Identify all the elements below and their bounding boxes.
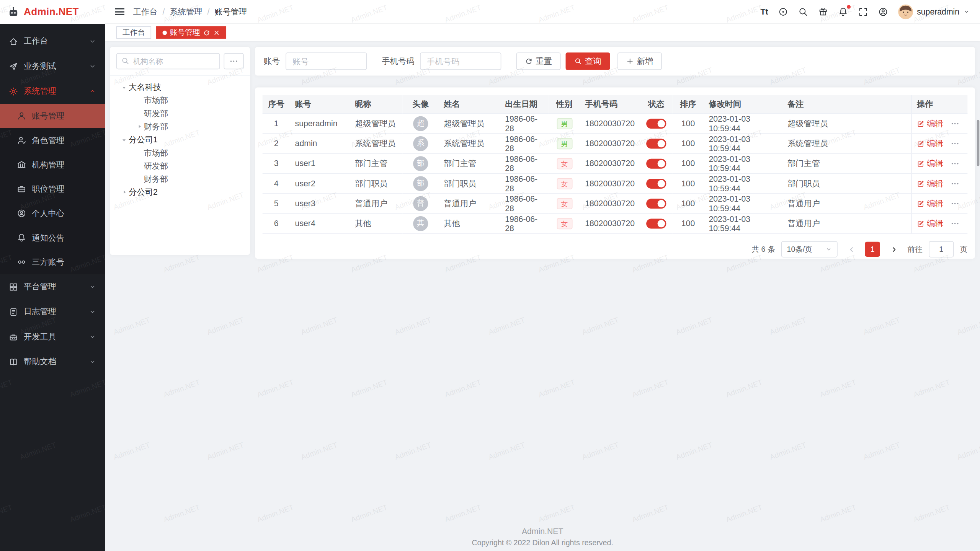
status-toggle[interactable] — [646, 118, 666, 128]
tree-node[interactable]: 财务部 — [116, 173, 244, 186]
sidebar-item-briefcase[interactable]: 职位管理 — [0, 177, 105, 201]
page-size-select[interactable]: 10条/页 — [781, 241, 838, 257]
tree-node[interactable]: 分公司2 — [116, 186, 244, 199]
tree-node[interactable]: 研发部 — [116, 107, 244, 120]
sidebar-item-label: 账号管理 — [32, 110, 64, 121]
column-header-name[interactable]: 姓名 — [439, 95, 500, 114]
edit-button[interactable]: 编辑 — [917, 158, 943, 169]
reset-button[interactable]: 重置 — [516, 52, 561, 70]
fullscreen-icon[interactable] — [858, 7, 868, 16]
sidebar-item-org[interactable]: 机构管理 — [0, 152, 105, 177]
column-header-sort[interactable]: 排序 — [673, 95, 704, 114]
caret-down-icon[interactable] — [120, 83, 129, 91]
column-header-phone[interactable]: 手机号码 — [580, 95, 640, 114]
breadcrumb-item[interactable]: 系统管理 — [170, 6, 202, 17]
status-toggle[interactable] — [646, 218, 666, 228]
tree-node[interactable]: 大名科技 — [116, 81, 244, 94]
cell-sort: 100 — [681, 218, 695, 228]
prev-page-button[interactable] — [844, 242, 859, 257]
table-cell-action: 编辑 — [911, 174, 967, 194]
column-header-remark[interactable]: 备注 — [782, 95, 911, 114]
phone-filter-input[interactable] — [420, 52, 501, 70]
column-header-index[interactable]: 序号 — [263, 95, 290, 114]
bell-icon[interactable] — [838, 7, 848, 16]
more-actions-button[interactable] — [951, 199, 959, 208]
status-toggle[interactable] — [646, 139, 666, 148]
more-actions-button[interactable] — [951, 179, 959, 188]
org-more-button[interactable] — [224, 53, 243, 69]
total-count: 共 6 条 — [752, 244, 775, 255]
sidebar-item-bell[interactable]: 通知公告 — [0, 225, 105, 250]
more-actions-button[interactable] — [951, 119, 959, 128]
tab-account-management[interactable]: 账号管理 — [156, 26, 226, 39]
column-header-account[interactable]: 账号 — [290, 95, 350, 114]
target-icon[interactable] — [778, 7, 788, 16]
tree-node[interactable]: 研发部 — [116, 159, 244, 172]
tree-node[interactable]: 财务部 — [116, 120, 244, 133]
sidebar-item-book[interactable]: 帮助文档 — [0, 349, 105, 374]
edit-button[interactable]: 编辑 — [917, 218, 943, 229]
user-menu[interactable]: superadmin — [898, 4, 970, 19]
sidebar-item-user[interactable]: 账号管理 — [0, 104, 105, 128]
next-page-button[interactable] — [886, 242, 901, 257]
close-icon[interactable] — [213, 29, 220, 36]
more-actions-button[interactable] — [951, 219, 959, 228]
column-header-gender[interactable]: 性别 — [549, 95, 580, 114]
caret-right-icon[interactable] — [135, 122, 144, 131]
status-toggle[interactable] — [646, 158, 666, 168]
page-1-button[interactable]: 1 — [865, 242, 880, 257]
sidebar-item-profile[interactable]: 个人中心 — [0, 201, 105, 226]
tree-node[interactable]: 市场部 — [116, 146, 244, 159]
column-label: 备注 — [787, 98, 804, 109]
tabs-bar: 工作台 账号管理 — [105, 24, 980, 41]
edit-button[interactable]: 编辑 — [917, 198, 943, 209]
profile-icon[interactable] — [878, 7, 888, 16]
sidebar-item-role[interactable]: 角色管理 — [0, 128, 105, 153]
logo[interactable]: Admin.NET — [0, 0, 105, 24]
tree-node[interactable]: 分公司1 — [116, 133, 244, 146]
sidebar-item-grid[interactable]: 平台管理 — [0, 274, 105, 299]
search-icon[interactable] — [798, 7, 808, 16]
goto-page-input[interactable] — [929, 241, 954, 257]
sidebar-item-tools[interactable]: 开发工具 — [0, 324, 105, 349]
sidebar-item-plane[interactable]: 业务测试 — [0, 54, 105, 78]
sidebar-item-home[interactable]: 工作台 — [0, 29, 105, 54]
table-cell-birth: 1986-06-28 — [500, 134, 549, 153]
column-header-status[interactable]: 状态 — [640, 95, 673, 114]
chevron-down-icon — [963, 8, 970, 15]
caret-right-icon[interactable] — [120, 188, 129, 197]
more-actions-button[interactable] — [951, 139, 959, 148]
edit-label: 编辑 — [927, 118, 943, 129]
status-toggle[interactable] — [646, 198, 666, 208]
column-header-action[interactable]: 操作 — [911, 95, 967, 114]
menu-toggle-icon[interactable] — [115, 8, 124, 15]
cell-name: 系统管理员 — [444, 138, 484, 149]
refresh-icon[interactable] — [203, 29, 210, 36]
more-actions-button[interactable] — [951, 159, 959, 168]
tree-node[interactable]: 市场部 — [116, 94, 244, 107]
breadcrumb-item[interactable]: 工作台 — [133, 6, 158, 17]
status-toggle[interactable] — [646, 178, 666, 188]
column-header-nickname[interactable]: 昵称 — [350, 95, 402, 114]
text-size-icon[interactable]: Tt — [761, 7, 768, 16]
edit-button[interactable]: 编辑 — [917, 118, 943, 129]
sidebar-item-link[interactable]: 三方账号 — [0, 250, 105, 274]
query-button[interactable]: 查询 — [566, 52, 610, 70]
caret-down-icon[interactable] — [120, 135, 129, 144]
edit-button[interactable]: 编辑 — [917, 178, 943, 189]
org-search-input[interactable] — [116, 53, 220, 69]
sidebar-item-log[interactable]: 日志管理 — [0, 299, 105, 324]
column-header-avatar[interactable]: 头像 — [402, 95, 439, 114]
account-filter-input[interactable] — [286, 52, 367, 70]
edit-button[interactable]: 编辑 — [917, 138, 943, 149]
scrollbar-thumb[interactable] — [977, 120, 980, 166]
table-cell-nickname: 其他 — [350, 214, 402, 233]
tab-workbench[interactable]: 工作台 — [116, 26, 151, 39]
sidebar-item-gear[interactable]: 系统管理 — [0, 79, 105, 104]
column-header-modified[interactable]: 修改时间 — [704, 95, 782, 114]
gift-icon[interactable] — [818, 7, 828, 16]
add-button[interactable]: 新增 — [617, 52, 662, 70]
accounts-table-card: 序号 账号 昵称 头像 姓名 出生日期 性别 手机号码 状态 排序 修改时间 备… — [255, 88, 975, 259]
profile-icon — [17, 209, 26, 218]
column-header-birth[interactable]: 出生日期 — [500, 95, 549, 114]
